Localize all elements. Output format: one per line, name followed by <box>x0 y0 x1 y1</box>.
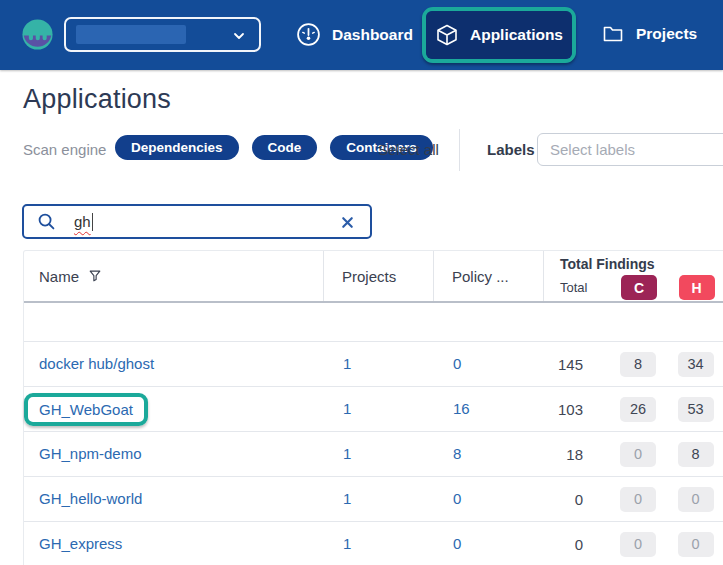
column-header-total[interactable]: Total <box>544 280 610 295</box>
nav-item-dashboard[interactable]: Dashboard <box>296 22 413 47</box>
table-row[interactable]: GH_npm-demo 1 8 18 0 8 <box>24 432 723 477</box>
table-row[interactable]: GH_hello-world 1 0 0 0 0 <box>24 477 723 522</box>
scan-engine-chip[interactable]: Code <box>252 135 318 160</box>
total-findings-label: Total Findings <box>544 256 723 272</box>
high-count-badge: 34 <box>678 352 714 377</box>
application-name-link[interactable]: GH_WebGoat <box>39 401 133 418</box>
column-header-policy[interactable]: Policy ... <box>433 251 543 301</box>
applications-table: Name Projects Policy ... Total Findings … <box>23 250 723 565</box>
search-icon <box>37 212 56 231</box>
table-row[interactable]: GH_WebGoat 1 16 103 26 53 <box>24 387 723 432</box>
high-severity-badge[interactable]: H <box>679 275 715 300</box>
nav-item-applications[interactable]: Applications <box>426 11 572 59</box>
critical-severity-badge[interactable]: C <box>621 275 657 300</box>
labels-label: Labels <box>487 141 535 158</box>
filter-funnel-icon[interactable] <box>88 269 102 283</box>
text-caret <box>92 213 93 231</box>
page-title: Applications <box>23 84 171 115</box>
high-count-badge: 0 <box>678 487 714 512</box>
nav-dashboard-label: Dashboard <box>332 26 413 44</box>
scan-engine-chip[interactable]: Dependencies <box>115 135 239 160</box>
projects-count-link[interactable]: 1 <box>343 445 351 462</box>
table-header: Name Projects Policy ... Total Findings … <box>24 251 723 303</box>
critical-count-badge: 8 <box>620 352 656 377</box>
projects-count-link[interactable]: 1 <box>343 355 351 372</box>
search-input-value[interactable]: gh <box>74 213 91 230</box>
total-findings-value: 103 <box>543 401 609 418</box>
critical-count-badge: 0 <box>620 532 656 557</box>
nav-item-projects[interactable]: Projects <box>601 22 697 46</box>
policy-violations-link[interactable]: 16 <box>453 400 470 417</box>
table-row[interactable]: docker hub/ghost 1 0 145 8 34 <box>24 342 723 387</box>
applications-page: Dashboard Applications Projects Applicat… <box>0 0 723 565</box>
projects-count-link[interactable]: 1 <box>343 490 351 507</box>
empty-table-row <box>24 303 723 342</box>
search-box[interactable]: gh <box>22 204 372 239</box>
high-count-badge: 53 <box>678 397 714 422</box>
table-row[interactable]: GH_express 1 0 0 0 0 <box>24 522 723 565</box>
application-name-link[interactable]: GH_express <box>39 535 122 552</box>
scan-engine-label: Scan engine <box>23 141 106 158</box>
total-findings-value: 145 <box>543 356 609 373</box>
mend-logo[interactable] <box>22 19 53 50</box>
nav-projects-label: Projects <box>636 25 697 43</box>
gauge-icon <box>296 22 321 47</box>
folder-icon <box>601 22 625 46</box>
critical-count-badge: 26 <box>620 397 656 422</box>
applications-annotation-box: Applications <box>422 7 576 63</box>
table-body: docker hub/ghost 1 0 145 8 34 <box>24 342 723 565</box>
column-group-total-findings: Total Findings Total C H <box>543 251 723 301</box>
application-name-link[interactable]: GH_npm-demo <box>39 445 142 462</box>
filter-row: Scan engine DependenciesCodeContainers S… <box>0 131 723 169</box>
total-findings-value: 18 <box>543 446 609 463</box>
total-findings-value: 0 <box>543 491 609 508</box>
policy-violations-link[interactable]: 8 <box>453 445 461 462</box>
select-all-link[interactable]: Select all <box>378 141 439 158</box>
topbar: Dashboard Applications Projects <box>0 0 723 70</box>
application-name-link[interactable]: GH_hello-world <box>39 490 142 507</box>
high-count-badge: 8 <box>678 442 714 467</box>
application-name-link[interactable]: docker hub/ghost <box>39 355 154 372</box>
policy-violations-link[interactable]: 0 <box>453 535 461 552</box>
nav-applications-label: Applications <box>470 26 563 44</box>
clear-search-icon[interactable] <box>339 214 356 231</box>
projects-count-link[interactable]: 1 <box>343 535 351 552</box>
high-count-badge: 0 <box>678 532 714 557</box>
column-header-projects[interactable]: Projects <box>323 251 433 301</box>
mend-logo-icon <box>22 19 53 50</box>
critical-count-badge: 0 <box>620 442 656 467</box>
org-selector-dropdown[interactable] <box>64 17 261 52</box>
org-name-redacted <box>76 25 186 44</box>
policy-violations-link[interactable]: 0 <box>453 355 461 372</box>
column-header-name[interactable]: Name <box>24 251 323 301</box>
labels-select-input[interactable] <box>537 133 723 166</box>
critical-count-badge: 0 <box>620 487 656 512</box>
filter-divider <box>459 129 460 171</box>
cube-icon <box>435 23 459 47</box>
chevron-down-icon <box>232 29 246 43</box>
policy-violations-link[interactable]: 0 <box>453 490 461 507</box>
total-findings-value: 0 <box>543 536 609 553</box>
projects-count-link[interactable]: 1 <box>343 400 351 417</box>
